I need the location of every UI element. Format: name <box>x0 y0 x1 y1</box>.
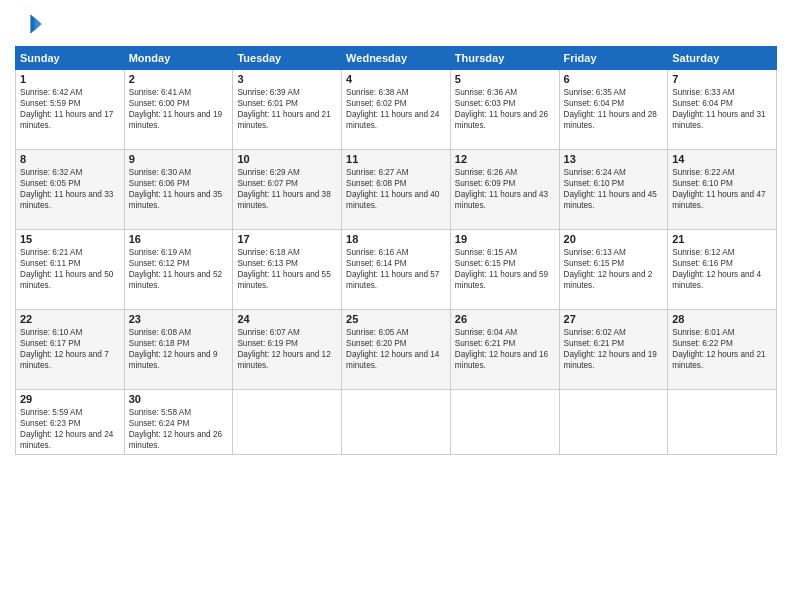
calendar-cell: 16Sunrise: 6:19 AMSunset: 6:12 PMDayligh… <box>124 230 233 310</box>
day-number: 30 <box>129 393 229 405</box>
day-info: Sunrise: 6:32 AMSunset: 6:05 PMDaylight:… <box>20 167 120 211</box>
calendar-cell: 3Sunrise: 6:39 AMSunset: 6:01 PMDaylight… <box>233 70 342 150</box>
col-header-saturday: Saturday <box>668 47 777 70</box>
col-header-sunday: Sunday <box>16 47 125 70</box>
day-info: Sunrise: 6:05 AMSunset: 6:20 PMDaylight:… <box>346 327 446 371</box>
day-info: Sunrise: 6:18 AMSunset: 6:13 PMDaylight:… <box>237 247 337 291</box>
day-number: 15 <box>20 233 120 245</box>
day-number: 8 <box>20 153 120 165</box>
day-info: Sunrise: 6:29 AMSunset: 6:07 PMDaylight:… <box>237 167 337 211</box>
day-number: 27 <box>564 313 664 325</box>
calendar-cell <box>668 390 777 455</box>
page: SundayMondayTuesdayWednesdayThursdayFrid… <box>0 0 792 612</box>
calendar-cell: 8Sunrise: 6:32 AMSunset: 6:05 PMDaylight… <box>16 150 125 230</box>
calendar-cell: 18Sunrise: 6:16 AMSunset: 6:14 PMDayligh… <box>342 230 451 310</box>
col-header-monday: Monday <box>124 47 233 70</box>
day-number: 21 <box>672 233 772 245</box>
day-number: 29 <box>20 393 120 405</box>
calendar-cell: 2Sunrise: 6:41 AMSunset: 6:00 PMDaylight… <box>124 70 233 150</box>
day-info: Sunrise: 6:01 AMSunset: 6:22 PMDaylight:… <box>672 327 772 371</box>
header <box>15 10 777 38</box>
calendar-cell: 19Sunrise: 6:15 AMSunset: 6:15 PMDayligh… <box>450 230 559 310</box>
col-header-thursday: Thursday <box>450 47 559 70</box>
col-header-friday: Friday <box>559 47 668 70</box>
calendar-cell: 30Sunrise: 5:58 AMSunset: 6:24 PMDayligh… <box>124 390 233 455</box>
day-info: Sunrise: 6:30 AMSunset: 6:06 PMDaylight:… <box>129 167 229 211</box>
day-number: 26 <box>455 313 555 325</box>
day-number: 28 <box>672 313 772 325</box>
day-number: 19 <box>455 233 555 245</box>
day-number: 25 <box>346 313 446 325</box>
day-number: 14 <box>672 153 772 165</box>
calendar-cell: 13Sunrise: 6:24 AMSunset: 6:10 PMDayligh… <box>559 150 668 230</box>
logo <box>15 10 47 38</box>
calendar-cell: 7Sunrise: 6:33 AMSunset: 6:04 PMDaylight… <box>668 70 777 150</box>
calendar-cell: 25Sunrise: 6:05 AMSunset: 6:20 PMDayligh… <box>342 310 451 390</box>
day-number: 18 <box>346 233 446 245</box>
calendar-cell: 5Sunrise: 6:36 AMSunset: 6:03 PMDaylight… <box>450 70 559 150</box>
day-number: 9 <box>129 153 229 165</box>
day-number: 24 <box>237 313 337 325</box>
calendar-week-row: 29Sunrise: 5:59 AMSunset: 6:23 PMDayligh… <box>16 390 777 455</box>
day-number: 10 <box>237 153 337 165</box>
day-info: Sunrise: 6:13 AMSunset: 6:15 PMDaylight:… <box>564 247 664 291</box>
col-header-tuesday: Tuesday <box>233 47 342 70</box>
day-info: Sunrise: 6:07 AMSunset: 6:19 PMDaylight:… <box>237 327 337 371</box>
calendar-cell: 24Sunrise: 6:07 AMSunset: 6:19 PMDayligh… <box>233 310 342 390</box>
calendar-cell: 22Sunrise: 6:10 AMSunset: 6:17 PMDayligh… <box>16 310 125 390</box>
calendar-cell: 28Sunrise: 6:01 AMSunset: 6:22 PMDayligh… <box>668 310 777 390</box>
day-info: Sunrise: 6:16 AMSunset: 6:14 PMDaylight:… <box>346 247 446 291</box>
day-info: Sunrise: 6:24 AMSunset: 6:10 PMDaylight:… <box>564 167 664 211</box>
day-number: 12 <box>455 153 555 165</box>
day-number: 2 <box>129 73 229 85</box>
day-number: 7 <box>672 73 772 85</box>
logo-icon <box>15 10 43 38</box>
calendar-cell: 1Sunrise: 6:42 AMSunset: 5:59 PMDaylight… <box>16 70 125 150</box>
day-info: Sunrise: 6:22 AMSunset: 6:10 PMDaylight:… <box>672 167 772 211</box>
day-number: 16 <box>129 233 229 245</box>
day-number: 6 <box>564 73 664 85</box>
calendar-cell: 9Sunrise: 6:30 AMSunset: 6:06 PMDaylight… <box>124 150 233 230</box>
calendar-cell: 26Sunrise: 6:04 AMSunset: 6:21 PMDayligh… <box>450 310 559 390</box>
day-info: Sunrise: 6:39 AMSunset: 6:01 PMDaylight:… <box>237 87 337 131</box>
day-info: Sunrise: 6:27 AMSunset: 6:08 PMDaylight:… <box>346 167 446 211</box>
svg-marker-1 <box>35 17 42 31</box>
day-info: Sunrise: 6:26 AMSunset: 6:09 PMDaylight:… <box>455 167 555 211</box>
calendar-cell: 15Sunrise: 6:21 AMSunset: 6:11 PMDayligh… <box>16 230 125 310</box>
calendar-week-row: 15Sunrise: 6:21 AMSunset: 6:11 PMDayligh… <box>16 230 777 310</box>
day-info: Sunrise: 6:38 AMSunset: 6:02 PMDaylight:… <box>346 87 446 131</box>
day-number: 11 <box>346 153 446 165</box>
day-number: 13 <box>564 153 664 165</box>
day-number: 20 <box>564 233 664 245</box>
day-info: Sunrise: 5:58 AMSunset: 6:24 PMDaylight:… <box>129 407 229 451</box>
day-info: Sunrise: 6:02 AMSunset: 6:21 PMDaylight:… <box>564 327 664 371</box>
day-number: 4 <box>346 73 446 85</box>
calendar-cell: 6Sunrise: 6:35 AMSunset: 6:04 PMDaylight… <box>559 70 668 150</box>
day-number: 17 <box>237 233 337 245</box>
calendar-cell <box>233 390 342 455</box>
day-info: Sunrise: 6:35 AMSunset: 6:04 PMDaylight:… <box>564 87 664 131</box>
day-info: Sunrise: 6:19 AMSunset: 6:12 PMDaylight:… <box>129 247 229 291</box>
day-info: Sunrise: 6:15 AMSunset: 6:15 PMDaylight:… <box>455 247 555 291</box>
day-info: Sunrise: 5:59 AMSunset: 6:23 PMDaylight:… <box>20 407 120 451</box>
calendar-cell: 14Sunrise: 6:22 AMSunset: 6:10 PMDayligh… <box>668 150 777 230</box>
calendar-cell: 21Sunrise: 6:12 AMSunset: 6:16 PMDayligh… <box>668 230 777 310</box>
day-info: Sunrise: 6:41 AMSunset: 6:00 PMDaylight:… <box>129 87 229 131</box>
calendar-cell: 10Sunrise: 6:29 AMSunset: 6:07 PMDayligh… <box>233 150 342 230</box>
calendar-header-row: SundayMondayTuesdayWednesdayThursdayFrid… <box>16 47 777 70</box>
calendar-table: SundayMondayTuesdayWednesdayThursdayFrid… <box>15 46 777 455</box>
calendar-cell <box>559 390 668 455</box>
day-info: Sunrise: 6:33 AMSunset: 6:04 PMDaylight:… <box>672 87 772 131</box>
day-info: Sunrise: 6:42 AMSunset: 5:59 PMDaylight:… <box>20 87 120 131</box>
day-number: 22 <box>20 313 120 325</box>
calendar-cell: 17Sunrise: 6:18 AMSunset: 6:13 PMDayligh… <box>233 230 342 310</box>
day-info: Sunrise: 6:12 AMSunset: 6:16 PMDaylight:… <box>672 247 772 291</box>
calendar-cell: 20Sunrise: 6:13 AMSunset: 6:15 PMDayligh… <box>559 230 668 310</box>
calendar-week-row: 1Sunrise: 6:42 AMSunset: 5:59 PMDaylight… <box>16 70 777 150</box>
calendar-cell <box>450 390 559 455</box>
day-number: 5 <box>455 73 555 85</box>
calendar-cell: 12Sunrise: 6:26 AMSunset: 6:09 PMDayligh… <box>450 150 559 230</box>
day-number: 1 <box>20 73 120 85</box>
calendar-cell: 4Sunrise: 6:38 AMSunset: 6:02 PMDaylight… <box>342 70 451 150</box>
calendar-week-row: 8Sunrise: 6:32 AMSunset: 6:05 PMDaylight… <box>16 150 777 230</box>
